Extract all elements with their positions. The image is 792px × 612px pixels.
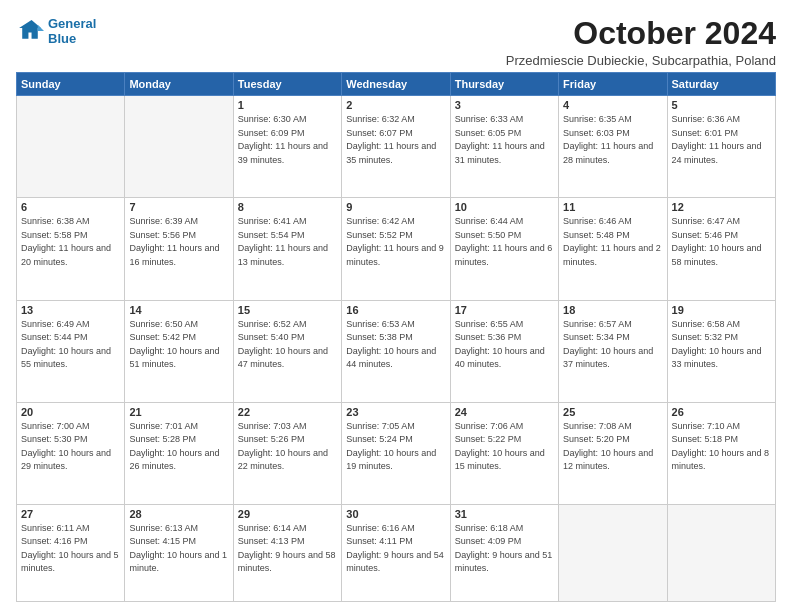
day-number: 2 — [346, 99, 445, 111]
calendar-cell: 28Sunrise: 6:13 AMSunset: 4:15 PMDayligh… — [125, 504, 233, 601]
calendar-cell: 4Sunrise: 6:35 AMSunset: 6:03 PMDaylight… — [559, 96, 667, 198]
svg-marker-1 — [38, 25, 44, 31]
calendar-cell: 5Sunrise: 6:36 AMSunset: 6:01 PMDaylight… — [667, 96, 775, 198]
day-info: Sunrise: 6:42 AMSunset: 5:52 PMDaylight:… — [346, 215, 445, 269]
calendar-cell: 16Sunrise: 6:53 AMSunset: 5:38 PMDayligh… — [342, 300, 450, 402]
col-friday: Friday — [559, 73, 667, 96]
calendar-cell: 13Sunrise: 6:49 AMSunset: 5:44 PMDayligh… — [17, 300, 125, 402]
day-info: Sunrise: 6:38 AMSunset: 5:58 PMDaylight:… — [21, 215, 120, 269]
calendar-cell: 18Sunrise: 6:57 AMSunset: 5:34 PMDayligh… — [559, 300, 667, 402]
day-info: Sunrise: 7:05 AMSunset: 5:24 PMDaylight:… — [346, 420, 445, 474]
col-tuesday: Tuesday — [233, 73, 341, 96]
col-thursday: Thursday — [450, 73, 558, 96]
calendar-cell — [559, 504, 667, 601]
week-row-3: 13Sunrise: 6:49 AMSunset: 5:44 PMDayligh… — [17, 300, 776, 402]
calendar-cell: 10Sunrise: 6:44 AMSunset: 5:50 PMDayligh… — [450, 198, 558, 300]
day-number: 9 — [346, 201, 445, 213]
day-number: 25 — [563, 406, 662, 418]
day-number: 31 — [455, 508, 554, 520]
day-number: 10 — [455, 201, 554, 213]
day-info: Sunrise: 7:00 AMSunset: 5:30 PMDaylight:… — [21, 420, 120, 474]
col-saturday: Saturday — [667, 73, 775, 96]
calendar-cell: 17Sunrise: 6:55 AMSunset: 5:36 PMDayligh… — [450, 300, 558, 402]
day-number: 24 — [455, 406, 554, 418]
day-info: Sunrise: 6:52 AMSunset: 5:40 PMDaylight:… — [238, 318, 337, 372]
day-number: 4 — [563, 99, 662, 111]
week-row-1: 1Sunrise: 6:30 AMSunset: 6:09 PMDaylight… — [17, 96, 776, 198]
day-info: Sunrise: 6:13 AMSunset: 4:15 PMDaylight:… — [129, 522, 228, 576]
day-number: 26 — [672, 406, 771, 418]
day-number: 16 — [346, 304, 445, 316]
day-info: Sunrise: 6:30 AMSunset: 6:09 PMDaylight:… — [238, 113, 337, 167]
calendar-cell: 25Sunrise: 7:08 AMSunset: 5:20 PMDayligh… — [559, 402, 667, 504]
day-info: Sunrise: 6:50 AMSunset: 5:42 PMDaylight:… — [129, 318, 228, 372]
day-info: Sunrise: 7:03 AMSunset: 5:26 PMDaylight:… — [238, 420, 337, 474]
day-info: Sunrise: 7:10 AMSunset: 5:18 PMDaylight:… — [672, 420, 771, 474]
day-number: 1 — [238, 99, 337, 111]
week-row-4: 20Sunrise: 7:00 AMSunset: 5:30 PMDayligh… — [17, 402, 776, 504]
day-number: 8 — [238, 201, 337, 213]
day-info: Sunrise: 7:01 AMSunset: 5:28 PMDaylight:… — [129, 420, 228, 474]
day-number: 6 — [21, 201, 120, 213]
col-sunday: Sunday — [17, 73, 125, 96]
weekday-header-row: Sunday Monday Tuesday Wednesday Thursday… — [17, 73, 776, 96]
calendar-cell: 29Sunrise: 6:14 AMSunset: 4:13 PMDayligh… — [233, 504, 341, 601]
calendar-cell: 23Sunrise: 7:05 AMSunset: 5:24 PMDayligh… — [342, 402, 450, 504]
calendar-cell: 6Sunrise: 6:38 AMSunset: 5:58 PMDaylight… — [17, 198, 125, 300]
calendar-cell: 14Sunrise: 6:50 AMSunset: 5:42 PMDayligh… — [125, 300, 233, 402]
day-number: 18 — [563, 304, 662, 316]
day-info: Sunrise: 6:32 AMSunset: 6:07 PMDaylight:… — [346, 113, 445, 167]
calendar-cell: 11Sunrise: 6:46 AMSunset: 5:48 PMDayligh… — [559, 198, 667, 300]
day-number: 13 — [21, 304, 120, 316]
day-number: 19 — [672, 304, 771, 316]
calendar-cell: 8Sunrise: 6:41 AMSunset: 5:54 PMDaylight… — [233, 198, 341, 300]
calendar-cell: 31Sunrise: 6:18 AMSunset: 4:09 PMDayligh… — [450, 504, 558, 601]
day-number: 22 — [238, 406, 337, 418]
day-number: 3 — [455, 99, 554, 111]
day-number: 11 — [563, 201, 662, 213]
day-number: 14 — [129, 304, 228, 316]
day-number: 30 — [346, 508, 445, 520]
day-info: Sunrise: 6:39 AMSunset: 5:56 PMDaylight:… — [129, 215, 228, 269]
day-info: Sunrise: 6:47 AMSunset: 5:46 PMDaylight:… — [672, 215, 771, 269]
day-number: 29 — [238, 508, 337, 520]
day-number: 7 — [129, 201, 228, 213]
calendar-table: Sunday Monday Tuesday Wednesday Thursday… — [16, 72, 776, 602]
day-number: 17 — [455, 304, 554, 316]
col-monday: Monday — [125, 73, 233, 96]
day-info: Sunrise: 6:33 AMSunset: 6:05 PMDaylight:… — [455, 113, 554, 167]
day-number: 27 — [21, 508, 120, 520]
day-info: Sunrise: 7:06 AMSunset: 5:22 PMDaylight:… — [455, 420, 554, 474]
calendar-cell: 2Sunrise: 6:32 AMSunset: 6:07 PMDaylight… — [342, 96, 450, 198]
calendar-cell: 27Sunrise: 6:11 AMSunset: 4:16 PMDayligh… — [17, 504, 125, 601]
calendar-cell: 20Sunrise: 7:00 AMSunset: 5:30 PMDayligh… — [17, 402, 125, 504]
calendar-cell: 21Sunrise: 7:01 AMSunset: 5:28 PMDayligh… — [125, 402, 233, 504]
day-number: 20 — [21, 406, 120, 418]
day-info: Sunrise: 6:44 AMSunset: 5:50 PMDaylight:… — [455, 215, 554, 269]
day-info: Sunrise: 6:49 AMSunset: 5:44 PMDaylight:… — [21, 318, 120, 372]
day-info: Sunrise: 6:36 AMSunset: 6:01 PMDaylight:… — [672, 113, 771, 167]
day-number: 5 — [672, 99, 771, 111]
calendar-cell — [125, 96, 233, 198]
calendar-cell: 19Sunrise: 6:58 AMSunset: 5:32 PMDayligh… — [667, 300, 775, 402]
calendar-cell: 1Sunrise: 6:30 AMSunset: 6:09 PMDaylight… — [233, 96, 341, 198]
day-number: 23 — [346, 406, 445, 418]
month-title: October 2024 — [506, 16, 776, 51]
calendar-cell: 7Sunrise: 6:39 AMSunset: 5:56 PMDaylight… — [125, 198, 233, 300]
logo-icon — [16, 17, 44, 45]
week-row-2: 6Sunrise: 6:38 AMSunset: 5:58 PMDaylight… — [17, 198, 776, 300]
day-info: Sunrise: 6:55 AMSunset: 5:36 PMDaylight:… — [455, 318, 554, 372]
day-info: Sunrise: 6:11 AMSunset: 4:16 PMDaylight:… — [21, 522, 120, 576]
day-info: Sunrise: 6:58 AMSunset: 5:32 PMDaylight:… — [672, 318, 771, 372]
calendar-cell: 15Sunrise: 6:52 AMSunset: 5:40 PMDayligh… — [233, 300, 341, 402]
page: GeneralBlue October 2024 Przedmiescie Du… — [0, 0, 792, 612]
day-number: 28 — [129, 508, 228, 520]
day-info: Sunrise: 6:53 AMSunset: 5:38 PMDaylight:… — [346, 318, 445, 372]
day-number: 12 — [672, 201, 771, 213]
calendar-cell: 12Sunrise: 6:47 AMSunset: 5:46 PMDayligh… — [667, 198, 775, 300]
header: GeneralBlue October 2024 Przedmiescie Du… — [16, 16, 776, 68]
day-number: 15 — [238, 304, 337, 316]
col-wednesday: Wednesday — [342, 73, 450, 96]
title-area: October 2024 Przedmiescie Dubieckie, Sub… — [506, 16, 776, 68]
calendar-cell: 30Sunrise: 6:16 AMSunset: 4:11 PMDayligh… — [342, 504, 450, 601]
